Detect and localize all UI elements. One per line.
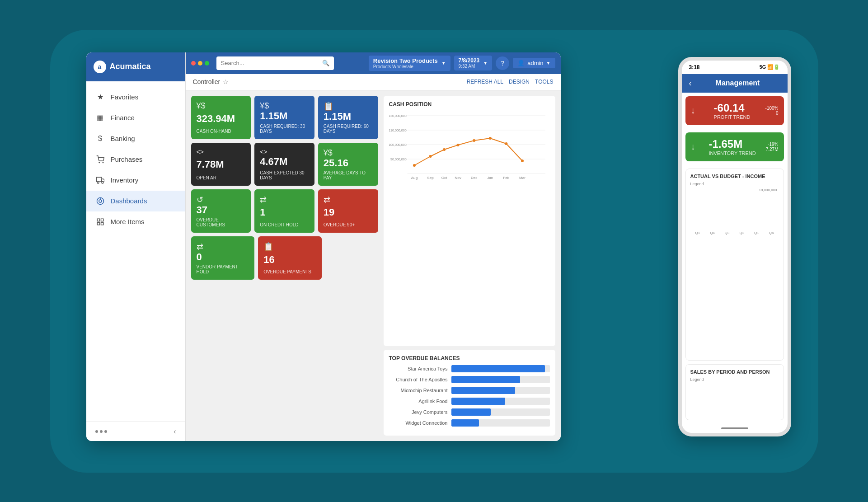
search-icon: 🔍	[322, 60, 329, 66]
svg-point-23	[443, 148, 446, 151]
more-items-icon	[95, 217, 105, 227]
finance-icon: ▦	[95, 113, 105, 123]
sidebar-item-label: Inventory	[111, 176, 139, 184]
outer-container: a Acumatica ★ Favorites ▦ Finance $ Bank…	[50, 30, 818, 473]
user-button[interactable]: 👤 admin ▼	[513, 58, 555, 68]
search-input[interactable]	[221, 60, 319, 66]
tile-open-ar[interactable]: <> 7.78M OPEN AR	[191, 143, 251, 186]
cash-exp-label: CASH EXPECTED 30 DAYS	[260, 170, 309, 180]
collapse-arrow[interactable]: ‹	[174, 427, 176, 436]
vendor-payment-icon: ⇄	[197, 242, 203, 252]
income-chart-title: ACTUAL VS BUDGET - INCOME	[690, 174, 779, 179]
sidebar-item-finance[interactable]: ▦ Finance	[86, 108, 185, 128]
tile-cash-expected[interactable]: <> 4.67M CASH EXPECTED 30 DAYS	[254, 143, 314, 186]
profit-down-arrow-icon: ↓	[691, 105, 695, 116]
refresh-all-button[interactable]: REFRESH ALL	[467, 79, 503, 85]
sales-bar-chart	[690, 384, 779, 415]
svg-text:Jan: Jan	[487, 176, 493, 180]
sidebar-item-favorites[interactable]: ★ Favorites	[86, 87, 185, 108]
svg-point-22	[429, 155, 432, 158]
profit-label: PROFIT TREND	[714, 114, 751, 120]
svg-text:Oct: Oct	[441, 176, 447, 180]
profit-value: -60.14	[714, 102, 751, 114]
tile-vendor-payment[interactable]: ⇄ 0 VENDOR PAYMENT HOLD	[191, 236, 255, 280]
cash-req-60-label: CASH REQUIRED: 60 DAYS	[324, 124, 373, 134]
design-button[interactable]: DESIGN	[509, 79, 530, 85]
overdue-90-icon: ⇄	[324, 195, 330, 205]
main-content: 🔍 Revision Two Products Products Wholesa…	[186, 52, 561, 441]
svg-rect-10	[97, 222, 99, 225]
sidebar-item-inventory[interactable]: Inventory	[86, 170, 185, 191]
tile-cash-on-hand[interactable]: ¥$ 323.94M CASH ON-HAND	[191, 96, 251, 139]
cash-position-section: CASH POSITION 120,000,000	[384, 96, 555, 346]
banking-icon: $	[95, 134, 105, 144]
overdue-label-2: Microchip Restaurant	[389, 388, 448, 393]
cash-req-30-value: 1.15M	[260, 111, 309, 122]
tile-cash-required-60[interactable]: 📋 1.15M CASH REQUIRED: 60 DAYS	[318, 96, 378, 139]
tile-overdue-customers[interactable]: ↺ 37 OVERDUE CUSTOMERS	[191, 189, 251, 233]
cash-position-title: CASH POSITION	[389, 101, 550, 108]
sidebar: a Acumatica ★ Favorites ▦ Finance $ Bank…	[86, 52, 186, 441]
sub-header: Controller ☆ REFRESH ALL DESIGN TOOLS	[186, 74, 561, 90]
tile-overdue-90[interactable]: ⇄ 19 OVERDUE 90+	[318, 189, 378, 233]
vendor-payment-label: VENDOR PAYMENT HOLD	[197, 264, 249, 274]
tile-cash-required-30[interactable]: ¥$ 1.15M CASH REQUIRED: 30 DAYS	[254, 96, 314, 139]
date-selector[interactable]: 7/8/2023 9:32 AM ▼	[454, 56, 493, 70]
phone-income-chart: ACTUAL VS BUDGET - INCOME Legend 18,000,…	[685, 169, 784, 361]
income-bar-chart	[690, 193, 779, 229]
overdue-label-3: Agrilink Food	[389, 399, 448, 404]
phone-title: Management	[695, 79, 780, 87]
svg-text:Dec: Dec	[470, 176, 477, 180]
sidebar-item-label: Favorites	[111, 93, 139, 101]
tile-overdue-payments[interactable]: 📋 16 OVERDUE PAYMENTS	[258, 236, 322, 280]
svg-point-28	[521, 160, 523, 162]
income-chart-legend: Legend	[690, 182, 779, 186]
sidebar-item-label: Finance	[111, 114, 135, 122]
help-button[interactable]: ?	[496, 56, 509, 70]
sidebar-item-dashboards[interactable]: Dashboards	[86, 191, 185, 211]
overdue-bar-item: Church of The Apostles	[389, 376, 550, 383]
cash-on-hand-label: CASH ON-HAND	[197, 129, 246, 134]
phone-kpi-inventory[interactable]: ↓ -1.65M INVENTORY TREND -19% 7.27M	[685, 132, 784, 161]
minimize-button[interactable]	[198, 61, 202, 66]
svg-rect-11	[101, 222, 103, 225]
inventory-icon	[95, 175, 105, 185]
maximize-button[interactable]	[205, 61, 209, 66]
svg-point-0	[99, 162, 100, 163]
inventory-change: -19% 7.27M	[766, 142, 779, 152]
svg-point-1	[103, 162, 103, 163]
sidebar-item-banking[interactable]: $ Banking	[86, 128, 185, 149]
company-selector[interactable]: Revision Two Products Products Wholesale…	[369, 56, 450, 71]
svg-text:110,000,000: 110,000,000	[389, 129, 407, 132]
username: admin	[527, 60, 543, 66]
favorite-star-icon[interactable]: ☆	[223, 78, 229, 85]
favorites-icon: ★	[95, 92, 105, 102]
tile-avg-days[interactable]: ¥$ 25.16 AVERAGE DAYS TO PAY	[318, 143, 378, 186]
svg-point-26	[488, 137, 491, 140]
svg-point-3	[97, 182, 99, 183]
svg-rect-8	[97, 219, 99, 221]
profit-change: -100% 0	[765, 106, 779, 116]
svg-point-25	[473, 139, 475, 142]
phone-kpi-profit[interactable]: ↓ -60.14 PROFIT TREND -100% 0	[685, 96, 784, 125]
open-ar-value: 7.78M	[197, 159, 246, 170]
dots-button[interactable]	[95, 430, 107, 433]
sidebar-item-more[interactable]: More Items	[86, 211, 185, 232]
tools-button[interactable]: TOOLS	[535, 79, 553, 85]
phone-home-indicator	[682, 424, 788, 433]
help-icon: ?	[501, 60, 504, 67]
vendor-payment-value: 0	[197, 252, 249, 263]
sidebar-item-label: Dashboards	[111, 197, 147, 205]
credit-hold-icon: ⇄	[260, 195, 267, 205]
close-button[interactable]	[191, 61, 196, 66]
time-display: 9:32 AM	[459, 64, 480, 69]
inventory-down-arrow-icon: ↓	[691, 141, 695, 152]
dashboard: ¥$ 323.94M CASH ON-HAND ¥$ 1.15M CASH RE…	[186, 90, 561, 441]
back-button[interactable]: ‹	[689, 79, 692, 88]
sidebar-item-purchases[interactable]: Purchases	[86, 149, 185, 170]
overdue-90-value: 19	[324, 207, 373, 218]
overdue-bar-item: Microchip Restaurant	[389, 387, 550, 394]
svg-point-24	[456, 144, 459, 146]
tile-on-credit-hold[interactable]: ⇄ 1 ON CREDIT HOLD	[254, 189, 314, 233]
breadcrumb-text: Controller	[193, 78, 221, 85]
